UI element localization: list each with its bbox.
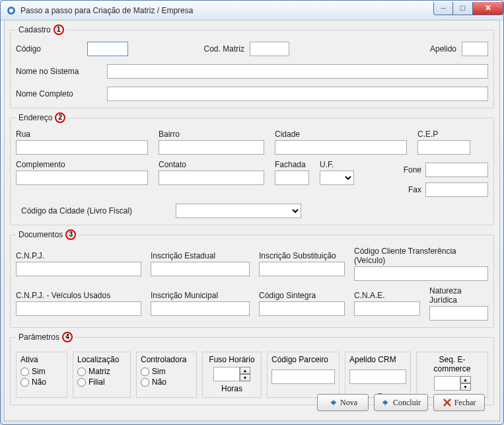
x-icon bbox=[443, 398, 452, 407]
step-2-marker: 2 bbox=[55, 112, 65, 123]
cnpj-usados-label: C.N.P.J. - Veículos Usados bbox=[16, 291, 141, 300]
fuso-unit: Horas bbox=[207, 384, 257, 393]
ativa-title: Ativa bbox=[20, 355, 63, 364]
fax-label: Fax bbox=[408, 185, 421, 194]
ctrl-nao-row[interactable]: Não bbox=[141, 377, 192, 387]
cct-label: Código Cliente Transferência (Veículo) bbox=[354, 247, 488, 265]
sub-fuso: Fuso Horário ▲▼ Horas bbox=[202, 352, 262, 398]
ctrl-sim-radio[interactable] bbox=[141, 367, 149, 376]
crm-input[interactable] bbox=[349, 369, 406, 384]
ctrl-sim-row[interactable]: Sim bbox=[141, 367, 192, 376]
im-label: Inscrição Municipal bbox=[151, 291, 250, 300]
local-filial-row[interactable]: Filial bbox=[77, 377, 126, 387]
fone-label: Fone bbox=[404, 165, 421, 174]
step-1-marker: 1 bbox=[54, 24, 64, 35]
im-input[interactable] bbox=[151, 301, 250, 316]
close-button[interactable]: ✕ bbox=[473, 2, 503, 15]
codigo-input[interactable] bbox=[87, 42, 128, 56]
nome-sistema-label: Nome no Sistema bbox=[16, 67, 102, 76]
natjur-input[interactable] bbox=[429, 306, 488, 321]
local-filial-label: Filial bbox=[89, 377, 105, 387]
fuso-up-button[interactable]: ▲ bbox=[240, 367, 250, 374]
seq-title: Seq. E-commerce bbox=[421, 355, 484, 373]
parceiro-title: Código Parceiro bbox=[271, 355, 335, 364]
legend-endereco-text: Endereço bbox=[18, 113, 52, 122]
sintegra-input[interactable] bbox=[259, 301, 345, 316]
local-matriz-radio[interactable] bbox=[77, 367, 86, 376]
contato-input[interactable] bbox=[159, 171, 264, 185]
isub-input[interactable] bbox=[259, 262, 345, 276]
sub-controladora: Controladora Sim Não bbox=[136, 352, 197, 398]
ie-input[interactable] bbox=[151, 262, 250, 276]
ctrl-nao-label: Não bbox=[152, 377, 166, 387]
cnae-label: C.N.A.E. bbox=[354, 291, 420, 300]
seq-down-button[interactable]: ▼ bbox=[460, 383, 471, 391]
maximize-button[interactable]: ☐ bbox=[453, 2, 473, 15]
fax-input[interactable] bbox=[425, 182, 488, 197]
cct-input[interactable] bbox=[354, 266, 488, 281]
uf-label: U.F. bbox=[320, 160, 354, 169]
sintegra-label: Código Sintegra bbox=[259, 291, 345, 300]
ativa-nao-row[interactable]: Não bbox=[20, 377, 63, 387]
codigo-cidade-select[interactable] bbox=[176, 204, 301, 218]
complemento-label: Complemento bbox=[16, 160, 148, 169]
fechar-label: Fechar bbox=[454, 398, 476, 408]
bairro-input[interactable] bbox=[159, 140, 264, 155]
cep-input[interactable] bbox=[417, 140, 470, 155]
isub-label: Inscrição Substituição bbox=[259, 251, 345, 260]
ativa-nao-radio[interactable] bbox=[20, 378, 29, 387]
group-endereco: Endereço 2 Rua Bairro Cidade C.E.P Compl… bbox=[10, 112, 494, 225]
client-area: Cadastro 1 Código Cod. Matriz Apelido No… bbox=[4, 20, 500, 421]
fachada-label: Fachada bbox=[275, 160, 309, 169]
concluir-button[interactable]: Concluir bbox=[374, 394, 428, 411]
fone-input[interactable] bbox=[425, 163, 488, 177]
ie-label: Inscrição Estadual bbox=[151, 251, 250, 260]
parceiro-input[interactable] bbox=[271, 369, 335, 384]
legend-cadastro-text: Cadastro bbox=[18, 25, 51, 34]
uf-select[interactable] bbox=[320, 171, 354, 185]
window-buttons: ─ ☐ ✕ bbox=[433, 2, 503, 15]
svg-rect-2 bbox=[333, 401, 336, 404]
apelido-input[interactable] bbox=[462, 42, 488, 56]
seq-input[interactable] bbox=[434, 376, 460, 391]
nova-button[interactable]: Nova bbox=[317, 394, 369, 411]
crm-title: Apelido CRM bbox=[349, 355, 406, 364]
cod-matriz-input[interactable] bbox=[250, 42, 289, 56]
local-filial-radio[interactable] bbox=[77, 378, 86, 387]
local-title: Localização bbox=[77, 355, 126, 364]
sub-seq: Seq. E-commerce ▲▼ bbox=[416, 352, 488, 398]
local-matriz-row[interactable]: Matriz bbox=[77, 367, 126, 376]
ativa-sim-row[interactable]: Sim bbox=[20, 367, 63, 376]
cnae-input[interactable] bbox=[354, 301, 420, 316]
cnpj-input[interactable] bbox=[16, 262, 141, 276]
seq-up-button[interactable]: ▲ bbox=[460, 376, 471, 383]
cidade-label: Cidade bbox=[275, 130, 407, 139]
ctrl-nao-radio[interactable] bbox=[141, 378, 149, 387]
legend-endereco: Endereço 2 bbox=[16, 112, 68, 123]
fachada-input[interactable] bbox=[275, 171, 309, 185]
svg-point-1 bbox=[9, 9, 13, 13]
ativa-sim-radio[interactable] bbox=[20, 367, 29, 376]
ativa-sim-label: Sim bbox=[32, 367, 46, 376]
nome-completo-input[interactable] bbox=[107, 87, 488, 101]
ctrl-sim-label: Sim bbox=[152, 367, 166, 376]
codigo-cidade-label: Código da Cidade (Livro Fiscal) bbox=[16, 206, 168, 215]
seq-spinner[interactable]: ▲▼ bbox=[421, 376, 484, 391]
fuso-input[interactable] bbox=[213, 367, 240, 381]
nome-sistema-input[interactable] bbox=[107, 64, 488, 79]
minimize-button[interactable]: ─ bbox=[433, 2, 453, 15]
rua-input[interactable] bbox=[16, 140, 148, 155]
fuso-spinner[interactable]: ▲▼ bbox=[207, 367, 257, 381]
concluir-label: Concluir bbox=[393, 398, 421, 408]
cod-matriz-label: Cod. Matriz bbox=[204, 44, 244, 54]
cidade-input[interactable] bbox=[275, 140, 407, 155]
apelido-label: Apelido bbox=[430, 44, 456, 54]
contato-label: Contato bbox=[159, 160, 264, 169]
sub-localizacao: Localização Matriz Filial bbox=[73, 352, 131, 398]
fuso-down-button[interactable]: ▼ bbox=[240, 374, 250, 381]
complemento-input[interactable] bbox=[16, 171, 148, 185]
cnpj-usados-input[interactable] bbox=[16, 301, 141, 316]
footer: 5 Nova Concluir Fechar bbox=[11, 395, 493, 416]
fechar-button[interactable]: Fechar bbox=[433, 394, 485, 411]
local-matriz-label: Matriz bbox=[89, 367, 110, 376]
